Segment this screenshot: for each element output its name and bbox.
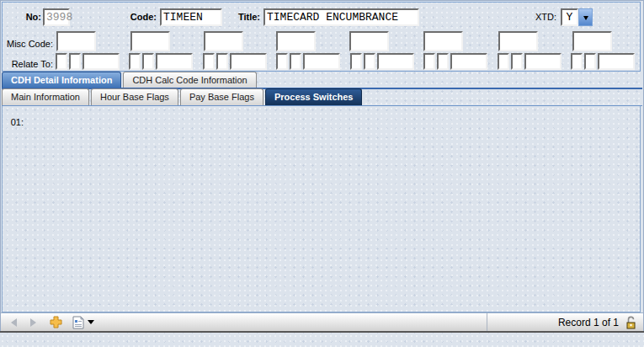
xtd-dropdown-button[interactable]: [578, 8, 593, 26]
relate-to-field-1-2[interactable]: [69, 53, 81, 70]
relate-to-field-3-3[interactable]: [230, 53, 267, 70]
sub-tab-underline: [2, 105, 642, 106]
code-value: TIMEEN: [163, 11, 203, 24]
relate-to-field-6-1[interactable]: [423, 53, 435, 70]
misc-code-field-6[interactable]: [423, 31, 463, 51]
relate-to-field-3-2[interactable]: [216, 53, 228, 70]
relate-to-field-7-1[interactable]: [498, 53, 509, 70]
status-bar-divider: [487, 313, 487, 331]
relate-to-group-8: [571, 53, 635, 70]
tab-cdh-detail-information[interactable]: CDH Detail Information: [2, 72, 121, 88]
status-bar: Record 1 of 1: [1, 312, 643, 331]
title-field[interactable]: TIMECARD ENCUMBRANCE: [263, 8, 419, 26]
relate-to-field-5-2[interactable]: [364, 53, 375, 70]
misc-code-label: Misc Code:: [4, 39, 53, 49]
output-options-button[interactable]: [72, 316, 94, 329]
title-value: TIMECARD ENCUMBRANCE: [267, 11, 398, 24]
no-label: No:: [6, 12, 41, 22]
relate-to-field-4-1[interactable]: [276, 53, 288, 70]
subtab-main-information[interactable]: Main Information: [2, 88, 89, 105]
relate-to-group-1: [56, 53, 120, 70]
relate-to-field-1-1[interactable]: [56, 53, 67, 70]
chevron-down-icon: [88, 320, 94, 328]
main-tab-bar: CDH Detail InformationCDH Calc Code Info…: [2, 72, 257, 88]
relate-to-field-7-2[interactable]: [511, 53, 523, 70]
misc-code-field-8[interactable]: [572, 31, 612, 51]
document-icon: [72, 316, 84, 329]
relate-to-field-7-3[interactable]: [524, 53, 562, 70]
no-value: 3998: [46, 11, 72, 24]
relate-to-group-2: [129, 53, 193, 70]
relate-to-field-4-3[interactable]: [303, 53, 340, 70]
relate-to-group-3: [203, 53, 267, 70]
relate-to-group-4: [276, 53, 340, 70]
next-record-icon[interactable]: [30, 318, 36, 327]
switch-row: 01:: [7, 110, 24, 133]
relate-to-field-8-2[interactable]: [584, 53, 596, 70]
relate-to-field-6-2[interactable]: [437, 53, 449, 70]
relate-to-field-5-3[interactable]: [377, 53, 414, 70]
relate-to-group-7: [498, 53, 562, 70]
switch-column-1: 01:: [7, 110, 24, 133]
relate-to-field-6-3[interactable]: [450, 53, 487, 70]
chevron-down-icon: [583, 16, 588, 23]
relate-to-field-1-3[interactable]: [82, 53, 120, 70]
relate-to-field-4-2[interactable]: [290, 53, 301, 70]
relate-to-group-6: [423, 53, 487, 70]
cdh-header-form: No: 3998 Code: TIMEEN Title: TIMECARD EN…: [2, 2, 641, 72]
misc-code-field-3[interactable]: [204, 31, 243, 51]
switch-number: 01:: [7, 117, 24, 127]
relate-to-field-2-3[interactable]: [156, 53, 193, 70]
misc-code-field-1[interactable]: [56, 31, 96, 51]
subtab-process-switches[interactable]: Process Switches: [265, 88, 363, 105]
misc-code-field-4[interactable]: [276, 31, 316, 51]
misc-code-field-7[interactable]: [498, 31, 538, 51]
add-record-icon[interactable]: [50, 316, 62, 328]
xtd-label: XTD:: [518, 12, 556, 22]
relate-to-field-2-1[interactable]: [129, 53, 141, 70]
relate-to-field-8-1[interactable]: [571, 53, 583, 70]
xtd-field[interactable]: Y: [561, 8, 578, 26]
no-field[interactable]: 3998: [43, 8, 70, 26]
subtab-hour-base-flags[interactable]: Hour Base Flags: [91, 88, 178, 105]
xtd-value: Y: [567, 11, 573, 24]
tab-cdh-calc-code-information[interactable]: CDH Calc Code Information: [123, 72, 256, 88]
unlock-icon[interactable]: [625, 316, 636, 329]
misc-code-field-2[interactable]: [130, 31, 170, 51]
relate-to-field-5-1[interactable]: [350, 53, 362, 70]
window-bottom-edge: [0, 331, 644, 333]
process-switches-grid: 01:: [0, 110, 644, 315]
relate-to-label: Relate To:: [4, 59, 53, 69]
relate-to-field-3-1[interactable]: [203, 53, 215, 70]
relate-to-group-5: [350, 53, 414, 70]
code-label: Code:: [104, 12, 157, 22]
misc-code-field-5[interactable]: [349, 31, 389, 51]
subtab-pay-base-flags[interactable]: Pay Base Flags: [180, 88, 263, 105]
title-label: Title:: [205, 12, 260, 22]
record-count: Record 1 of 1: [558, 317, 619, 328]
relate-to-field-2-2[interactable]: [142, 53, 154, 70]
prev-record-icon[interactable]: [11, 318, 17, 327]
relate-to-field-8-3[interactable]: [598, 53, 635, 70]
sub-tab-bar: Main InformationHour Base FlagsPay Base …: [2, 89, 362, 105]
